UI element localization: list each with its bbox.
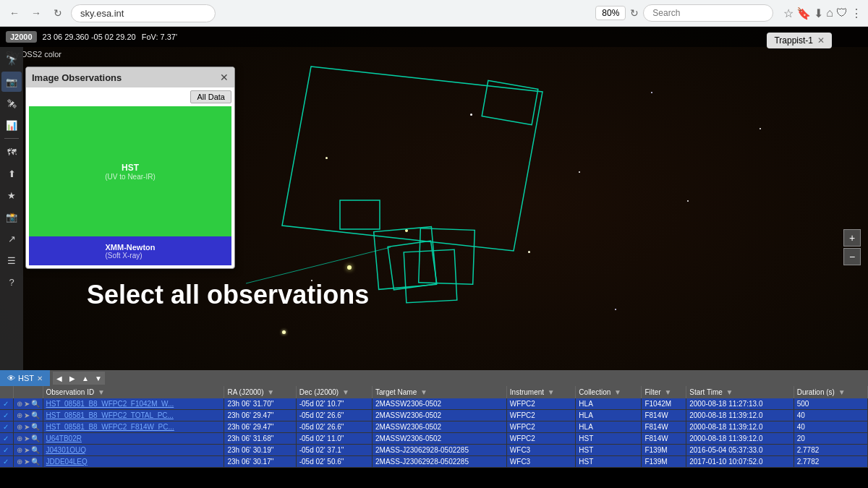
arrow-icon[interactable]: ➤	[24, 458, 30, 466]
th-start-time[interactable]: Start Time ▼	[686, 386, 793, 398]
arrow-icon[interactable]: ➤	[24, 435, 30, 442]
home-nav-icon[interactable]: ⌂	[826, 7, 833, 20]
row-checkbox[interactable]: ✓	[0, 410, 13, 421]
forward-button[interactable]: →	[27, 4, 45, 22]
row-icons-cell: ⊕ ➤ 🔍	[13, 410, 43, 421]
th-ra[interactable]: RA (J2000) ▼	[224, 386, 296, 398]
table-row[interactable]: ✓ ⊕ ➤ 🔍 HST_08581_B8_WFPC2_F814W_PC... 2…	[0, 421, 868, 433]
sort-icon: ▼	[98, 388, 105, 396]
sidebar-icon-3[interactable]: 📊	[1, 115, 22, 135]
table-row[interactable]: ✓ ⊕ ➤ 🔍 U64TB02R 23h 06' 31.68" -05d 02'…	[0, 433, 868, 445]
th-duration[interactable]: Duration (s) ▼	[793, 386, 867, 398]
center-icon[interactable]: ⊕	[17, 458, 22, 466]
sidebar-icon-map[interactable]: 🗺	[1, 142, 22, 162]
home-button[interactable]: ↻	[49, 4, 67, 22]
reload-button[interactable]: ↻	[630, 7, 639, 19]
address-bar[interactable]: sky.esa.int	[71, 4, 216, 22]
sidebar-icon-share[interactable]: ↗	[1, 228, 22, 249]
th-target[interactable]: Target Name ▼	[372, 386, 506, 398]
sidebar-icon-2[interactable]: 🛰	[1, 93, 22, 114]
table-row[interactable]: ✓ ⊕ ➤ 🔍 J04301OUQ 23h 06' 30.19" -05d 02…	[0, 445, 868, 456]
row-dec: -05d 02' 37.1"	[296, 445, 372, 456]
center-icon[interactable]: ⊕	[17, 435, 22, 442]
scroll-down-button[interactable]: ▼	[92, 372, 105, 385]
table-row[interactable]: ✓ ⊕ ➤ 🔍 JDDE04LEQ 23h 06' 30.17" -05d 02…	[0, 456, 868, 468]
sidebar-icon-camera[interactable]: 📸	[1, 207, 22, 227]
hst-chart-bar[interactable]: HST (UV to Near-IR)	[29, 106, 231, 236]
row-obs-id[interactable]: HST_08581_B8_WFPC2_TOTAL_PC...	[43, 410, 224, 421]
row-checkbox[interactable]: ✓	[0, 398, 13, 410]
arrow-icon[interactable]: ➤	[24, 446, 30, 454]
row-obs-id[interactable]: J04301OUQ	[43, 445, 224, 456]
row-duration: 2.7782	[793, 456, 867, 468]
th-instrument[interactable]: Instrument ▼	[506, 386, 576, 398]
row-obs-id[interactable]: HST_08581_B8_WFPC2_F1042M_W...	[43, 398, 224, 410]
arrow-icon[interactable]: ➤	[24, 400, 30, 408]
row-checkbox[interactable]: ✓	[0, 433, 13, 445]
info-icon[interactable]: 🔍	[31, 446, 40, 454]
sidebar-icon-upload[interactable]: ⬆	[1, 163, 22, 184]
row-obs-id[interactable]: U64TB02R	[43, 433, 224, 445]
obs-panel-close-button[interactable]: ✕	[220, 72, 229, 83]
sky-view: J2000 23 06 29.360 -05 02 29.20 FoV: 7.3…	[0, 27, 868, 468]
bookmark-icon[interactable]: 🔖	[796, 7, 811, 20]
table-row[interactable]: ✓ ⊕ ➤ 🔍 HST_08581_B8_WFPC2_F1042M_W... 2…	[0, 398, 868, 410]
hst-tab[interactable]: 👁 HST ✕	[0, 370, 50, 386]
trappist-close-button[interactable]: ✕	[817, 35, 825, 46]
info-icon[interactable]: 🔍	[31, 458, 40, 466]
eye-icon: 👁	[7, 374, 15, 382]
info-icon[interactable]: 🔍	[31, 423, 40, 431]
shield-icon[interactable]: 🛡	[836, 7, 848, 20]
sort-icon: ▼	[548, 388, 555, 396]
info-icon[interactable]: 🔍	[31, 435, 40, 442]
scroll-right-button[interactable]: ▶	[66, 372, 79, 385]
row-start-time: 2016-05-04 05:37:33.0	[686, 445, 793, 456]
arrow-icon[interactable]: ➤	[24, 423, 30, 431]
row-dec: -05d 02' 11.0"	[296, 433, 372, 445]
row-dec: -05d 02' 10.7"	[296, 398, 372, 410]
row-filter: F139M	[642, 445, 686, 456]
xmm-chart-bar[interactable]: XMM-Newton (Soft X-ray)	[29, 236, 231, 265]
center-icon[interactable]: ⊕	[17, 400, 22, 408]
center-icon[interactable]: ⊕	[17, 411, 22, 419]
row-checkbox[interactable]: ✓	[0, 456, 13, 468]
sort-icon: ▼	[838, 388, 846, 396]
download-icon[interactable]: ⬇	[814, 7, 823, 20]
star-icon[interactable]: ☆	[783, 7, 793, 20]
th-obs-id[interactable]: Observation ID ▼	[43, 386, 224, 398]
row-obs-id[interactable]: HST_08581_B8_WFPC2_F814W_PC...	[43, 421, 224, 433]
all-data-button[interactable]: All Data	[190, 90, 231, 103]
row-dec: -05d 02' 26.6"	[296, 410, 372, 421]
th-dec[interactable]: Dec (J2000) ▼	[296, 386, 372, 398]
row-checkbox[interactable]: ✓	[0, 445, 13, 456]
zoom-in-button[interactable]: +	[843, 229, 861, 247]
info-icon[interactable]: 🔍	[31, 411, 40, 419]
row-obs-id[interactable]: JDDE04LEQ	[43, 456, 224, 468]
arrow-icon[interactable]: ➤	[24, 411, 30, 419]
browser-search-input[interactable]	[643, 4, 773, 22]
zoom-out-button[interactable]: −	[843, 248, 861, 265]
back-button[interactable]: ←	[6, 4, 23, 22]
zoom-controls: + −	[843, 229, 861, 265]
th-collection[interactable]: Collection ▼	[576, 386, 642, 398]
center-icon[interactable]: ⊕	[17, 446, 22, 454]
center-icon[interactable]: ⊕	[17, 423, 22, 431]
row-checkbox[interactable]: ✓	[0, 421, 13, 433]
row-start-time: 2000-08-18 11:39:12.0	[686, 410, 793, 421]
sidebar-icon-menu[interactable]: ☰	[1, 250, 22, 270]
scroll-up-button[interactable]: ▲	[79, 372, 92, 385]
sidebar-icon-star[interactable]: ★	[1, 185, 22, 205]
info-icon[interactable]: 🔍	[31, 400, 40, 408]
hst-tab-close-button[interactable]: ✕	[37, 374, 43, 382]
row-start-time: 2017-01-10 10:07:52.0	[686, 456, 793, 468]
table-row[interactable]: ✓ ⊕ ➤ 🔍 HST_08581_B8_WFPC2_TOTAL_PC... 2…	[0, 410, 868, 421]
sidebar-icon-0[interactable]: 🔭	[1, 50, 22, 70]
row-icons-cell: ⊕ ➤ 🔍	[13, 445, 43, 456]
sidebar-icon-help[interactable]: ?	[1, 272, 22, 292]
scroll-controls: ◀ ▶ ▲ ▼	[53, 372, 105, 385]
sidebar-icon-1[interactable]: 📷	[1, 72, 22, 92]
apps-icon[interactable]: ⋮	[851, 7, 862, 20]
th-filter[interactable]: Filter ▼	[642, 386, 686, 398]
scroll-left-button[interactable]: ◀	[53, 372, 66, 385]
xmm-sublabel: (Soft X-ray)	[105, 252, 155, 260]
